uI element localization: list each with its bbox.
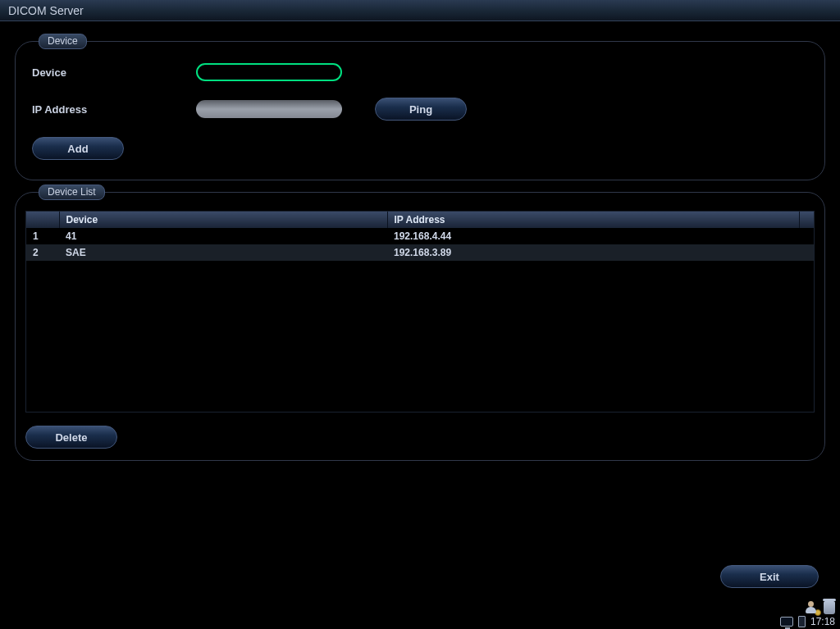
ip-label: IP Address xyxy=(32,103,196,116)
cell-ip: 192.168.4.44 xyxy=(387,228,799,244)
device-list[interactable]: Device IP Address 141192.168.4.442SAE192… xyxy=(25,211,815,412)
cell-device: SAE xyxy=(59,244,387,261)
clock: 17:18 xyxy=(810,616,835,627)
col-tail xyxy=(799,212,814,228)
disk-icon xyxy=(798,616,806,627)
status-bar: 17:18 xyxy=(780,601,835,627)
device-group-legend: Device xyxy=(39,34,87,49)
delete-button[interactable]: Delete xyxy=(25,426,117,449)
cell-index: 2 xyxy=(26,244,59,261)
device-group: Device Device IP Address Ping Add xyxy=(15,41,825,180)
content-area: Device Device IP Address Ping Add Device… xyxy=(0,21,840,461)
cell-index: 1 xyxy=(26,228,59,244)
table-row[interactable]: 141192.168.4.44 xyxy=(26,228,814,244)
window-titlebar: DICOM Server xyxy=(0,0,840,21)
table-header-row: Device IP Address xyxy=(26,212,814,228)
trash-icon[interactable] xyxy=(824,601,835,614)
user-icon[interactable] xyxy=(806,601,819,614)
device-table: Device IP Address 141192.168.4.442SAE192… xyxy=(26,212,814,261)
device-row: Device xyxy=(32,63,808,81)
device-label: Device xyxy=(32,66,196,79)
monitor-icon xyxy=(780,617,793,627)
cell-tail xyxy=(799,244,814,261)
col-device[interactable]: Device xyxy=(59,212,387,228)
col-index[interactable] xyxy=(26,212,59,228)
window-title: DICOM Server xyxy=(8,4,84,17)
cell-tail xyxy=(799,228,814,244)
ip-input[interactable] xyxy=(196,100,342,118)
device-list-legend: Device List xyxy=(39,185,105,200)
device-input[interactable] xyxy=(196,63,342,81)
add-button[interactable]: Add xyxy=(32,137,124,160)
cell-device: 41 xyxy=(59,228,387,244)
exit-button[interactable]: Exit xyxy=(720,565,819,588)
device-list-group: Device List Device IP Address 141192.168… xyxy=(15,192,825,461)
ping-button[interactable]: Ping xyxy=(375,98,467,121)
table-row[interactable]: 2SAE192.168.3.89 xyxy=(26,244,814,261)
ip-row: IP Address Ping xyxy=(32,98,808,121)
cell-ip: 192.168.3.89 xyxy=(387,244,799,261)
col-ip[interactable]: IP Address xyxy=(387,212,799,228)
